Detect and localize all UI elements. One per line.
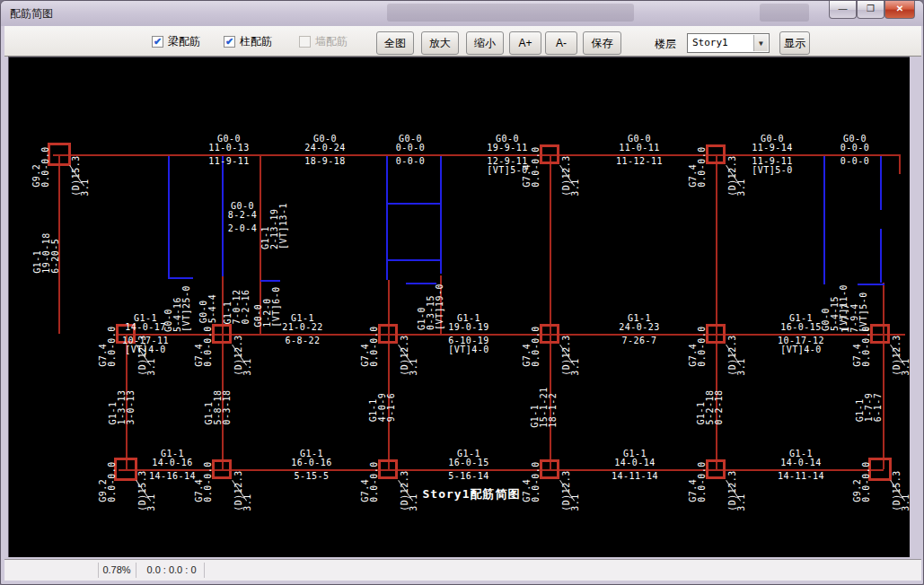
zoom-percent: 0.78%: [98, 564, 136, 575]
column-node-marker: [378, 324, 398, 344]
beam-label: 10-17-11 [VT]4-0: [122, 336, 169, 354]
beam-label: 0-0-0: [840, 157, 870, 166]
beam-label: G1-1 16-0-15: [780, 314, 822, 332]
node-axial-label: G7.4 0.0-0.0: [195, 326, 213, 367]
node-axial-label: G7.4 0.0-0.0: [689, 146, 707, 188]
floor-select[interactable]: Story1 ▼: [687, 33, 770, 53]
beam-label-vertical: G1-1 1-7-9 6-1-7: [856, 393, 883, 423]
node-d-label: (D)15.3 3.1: [72, 155, 90, 196]
column-node-marker: [48, 143, 71, 166]
toolbar: ✔ 梁配筋 ✔ 柱配筋 墙配筋 全图 放大 缩小 A+ A- 保存 楼层 Sto…: [4, 26, 921, 57]
node-d-label: (D)12.3 3.1: [562, 470, 580, 511]
beam-label: G1-1 14-0-14: [614, 450, 656, 467]
diagram-caption: Story1配筋简图: [423, 488, 521, 501]
beam-line: [388, 280, 390, 469]
node-d-label: (D)15.3 3.1: [893, 470, 910, 511]
checkbox-wall-label: 墙配筋: [315, 34, 348, 49]
column-node-marker: [212, 459, 232, 479]
column-node-marker: [540, 459, 559, 479]
node-d-label: (D)12.3 3.1: [400, 335, 418, 376]
node-axial-label: G7.4 0.0-0.0: [523, 461, 541, 502]
beam-label: 14-11-14: [612, 472, 658, 481]
wall-line: [260, 280, 280, 282]
beam-label: G0-0 0-0-0: [840, 135, 870, 153]
beam-label: 11-12-11: [616, 157, 663, 166]
column-node-marker: [870, 324, 890, 344]
minimize-button[interactable]: —: [829, 1, 857, 19]
node-d-label: (D)12.3 3.1: [728, 470, 746, 511]
node-d-label: (D)12.3 3.1: [400, 470, 418, 511]
maximize-button[interactable]: ❐: [857, 1, 884, 19]
node-axial-label: G7.4 0.0-0.0: [99, 326, 117, 367]
column-node-marker: [378, 459, 398, 479]
beam-line: [899, 154, 901, 174]
node-axial-label: G9.2 0.0-0.0: [853, 461, 871, 502]
node-axial-label: G7.4 0.0-0.0: [689, 326, 707, 367]
beam-label-vertical: G0-0 5-4-4: [199, 294, 217, 324]
beam-label: 7-26-7: [621, 336, 656, 345]
beam-label: 18-9-18: [304, 157, 346, 166]
font-minus-button[interactable]: A-: [545, 31, 577, 55]
node-d-label: (D)12.3 3.1: [728, 335, 746, 376]
statusbar-separator: [136, 563, 136, 578]
wall-line: [222, 156, 224, 276]
font-plus-button[interactable]: A+: [509, 31, 541, 55]
wall-line: [387, 203, 440, 205]
floor-select-value: Story1: [692, 37, 728, 48]
checkbox-beam-rebar[interactable]: ✔ 梁配筋: [152, 34, 200, 49]
wall-line: [823, 156, 825, 284]
beam-label: G1-1 14-0-16: [152, 450, 193, 467]
chevron-down-icon[interactable]: ▼: [753, 35, 768, 51]
status-bar: 0.78% 0.0 : 0.0 : 0: [4, 559, 921, 581]
beam-label: G0-0 19-9-11: [487, 135, 528, 153]
wall-line: [880, 156, 882, 210]
zoom-out-button[interactable]: 缩小: [466, 31, 504, 55]
beam-label-vertical: G0-0 1-2-0 [VT]6-0: [254, 286, 281, 327]
rebar-diagram-canvas[interactable]: Story1配筋简图 G9.2 0.0-0.0(D)15.3 3.1G7.4 0…: [8, 57, 910, 557]
beam-label: G0-0 8-2-4: [228, 202, 258, 220]
beam-label: 6-8-22: [285, 336, 320, 345]
node-axial-label: G7.4 0.0-0.0: [689, 461, 707, 502]
titlebar-glass-ghost: [760, 4, 809, 22]
wall-line: [858, 284, 884, 285]
beam-label-vertical: G1-1 7-0-12 0-2-16: [224, 289, 251, 324]
beam-label: 0-0-0: [396, 157, 426, 166]
beam-label: 5-16-14: [448, 472, 489, 481]
beam-label-vertical: G1-1 5-8-18 0-3-18: [205, 389, 232, 424]
beam-label-vertical: G1-0 0-3-15 [VT]19-0: [418, 284, 444, 330]
column-node-marker: [706, 324, 726, 344]
checkbox-column-rebar[interactable]: ✔ 柱配筋: [224, 34, 272, 49]
wall-line: [168, 277, 193, 279]
beam-label: 12-9-11 [VT]5-0: [487, 157, 528, 175]
save-button[interactable]: 保存: [583, 31, 621, 55]
beam-line: [883, 283, 884, 469]
checkbox-column-label: 柱配筋: [240, 34, 272, 49]
beam-label: G0-0 24-0-24: [304, 135, 346, 153]
floor-label: 楼层: [655, 37, 676, 52]
cursor-coordinates: 0.0 : 0.0 : 0: [139, 564, 204, 575]
node-d-label: (D)12.3 3.1: [893, 335, 910, 376]
beam-label-vertical: 1-7-7 7-9-4 [VT]5-0: [841, 292, 868, 333]
beam-label: 11-9-11 [VT]5-0: [752, 157, 793, 175]
column-node-marker: [540, 144, 559, 164]
checkbox-beam-label: 梁配筋: [168, 34, 200, 49]
wall-line: [440, 156, 442, 274]
checkbox-column-icon[interactable]: ✔: [224, 36, 235, 48]
column-node-marker: [212, 324, 232, 344]
zoom-in-button[interactable]: 放大: [421, 31, 459, 55]
full-view-button[interactable]: 全图: [376, 31, 414, 55]
node-d-label: (D)12.3 3.1: [562, 335, 580, 376]
node-axial-label: G9.2 0.0-0.0: [99, 461, 117, 502]
checkbox-beam-icon[interactable]: ✔: [152, 36, 163, 48]
beam-label: 5-15-5: [294, 472, 329, 481]
beam-label: G1-1 16-0-15: [448, 450, 489, 467]
column-node-marker: [868, 458, 892, 481]
node-d-label: (D)12.3 3.1: [728, 155, 746, 196]
app-window: 配筋简图 — ❐ ✕ ✔ 梁配筋 ✔ 柱配筋 墙配筋 全图 放大 缩小 A+ A…: [0, 0, 924, 585]
show-button[interactable]: 显示: [779, 31, 810, 55]
close-button[interactable]: ✕: [884, 1, 915, 19]
title-bar: 配筋简图 — ❐ ✕: [1, 1, 923, 26]
node-axial-label: G7.4 0.0-0.0: [361, 461, 379, 502]
beam-label-vertical: G1-1 4-0-9 9-1-6: [369, 393, 396, 423]
checkbox-wall-rebar: 墙配筋: [299, 34, 348, 49]
